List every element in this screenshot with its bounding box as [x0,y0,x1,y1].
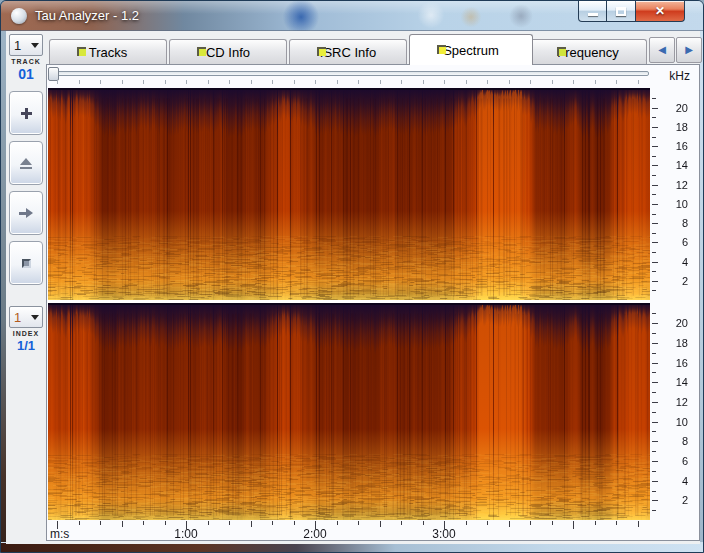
freq-tick [652,471,656,472]
time-ruler-tick [272,521,273,525]
freq-label: 6 [654,455,688,467]
time-ruler-tick [229,521,230,525]
top-ruler-tick [530,80,531,84]
freq-label: 4 [654,256,688,268]
top-ruler-tick [143,80,144,84]
top-ruler-tick [122,80,123,84]
time-ruler-tick [509,521,510,527]
tab-cd-info-icon [197,47,206,56]
top-ruler-tick [165,80,166,84]
freq-tick [652,372,656,373]
freq-label: 10 [654,416,688,428]
freq-label: 14 [654,159,688,171]
freq-tick [652,392,656,393]
top-ruler-tick [595,80,596,84]
freq-tick [652,313,656,314]
chevron-right-icon: ▶ [685,44,693,55]
tab-label: CD Info [206,45,250,60]
top-ruler-tick [573,80,574,84]
eject-button[interactable] [9,141,43,185]
index-value: 1/1 [7,338,45,353]
tab-isrc-info[interactable]: ISRC Info [289,39,407,64]
time-ruler-tick [79,521,80,525]
maximize-button[interactable] [607,1,636,22]
title-bar[interactable]: Tau Analyzer - 1.2 ✕ [1,1,704,31]
freq-tick [652,137,656,138]
top-ruler-tick [638,80,639,84]
top-ruler-tick [616,80,617,84]
time-label: 2:00 [295,527,335,541]
freq-label: 10 [654,198,688,210]
time-ruler-tick [208,521,209,525]
sidebar: 1 TRACK 01 1 INDEX 1/1 [7,34,45,534]
top-ruler-tick [272,80,273,84]
freq-label: 20 [654,102,688,114]
time-ruler-tick [487,521,488,525]
plus-button[interactable] [9,91,43,135]
position-slider[interactable] [49,71,649,76]
top-ruler-tick [423,80,424,84]
time-ruler-tick [143,521,144,525]
tab-scroll-left-button[interactable]: ◀ [649,37,675,63]
top-ruler-tick [337,80,338,84]
freq-tick [652,290,656,291]
next-button[interactable] [9,191,43,235]
tab-label: Spectrum [443,43,499,58]
freq-label: 8 [654,217,688,229]
top-ruler-tick [294,80,295,84]
freq-label: 2 [654,494,688,506]
frequency-unit-label: kHz [652,69,690,83]
tab-cd-info[interactable]: CD Info [169,39,287,64]
index-select-combo[interactable]: 1 [9,306,43,328]
freq-label: 8 [654,435,688,447]
top-ruler-tick [100,80,101,84]
time-ruler-tick [401,521,402,525]
spectrogram-left-channel [48,88,650,300]
time-ruler-tick [337,521,338,525]
top-ruler-tick [487,80,488,84]
freq-label: 12 [654,396,688,408]
freq-label: 14 [654,376,688,388]
tab-label: ISRC Info [320,45,376,60]
top-ruler-tick [79,80,80,84]
client-area: Tracks CD Info ISRC Info Spectrum Freque… [6,31,700,544]
time-ruler-tick [573,521,574,529]
freq-label: 16 [654,140,688,152]
chevron-down-icon [31,43,39,48]
tab-scroll-right-button[interactable]: ▶ [676,37,702,63]
top-ruler-tick [380,80,381,84]
stop-button[interactable] [9,241,43,285]
freq-label: 4 [654,475,688,487]
tab-frequency[interactable]: Frequency [529,39,647,64]
freq-label: 18 [654,121,688,133]
time-ruler-tick [638,521,639,527]
top-ruler-tick [57,80,58,84]
tab-label: Frequency [557,45,618,60]
top-ruler-tick [315,80,316,84]
spectrogram-right-channel [48,303,650,520]
chevron-left-icon: ◀ [658,44,666,55]
tab-spectrum[interactable]: Spectrum [409,34,533,65]
tab-tracks[interactable]: Tracks [49,39,167,64]
freq-tick [652,451,656,452]
freq-tick [652,412,656,413]
top-ruler-tick [401,80,402,84]
freq-tick [652,175,656,176]
minimize-icon [588,13,598,16]
top-ruler-tick [466,80,467,84]
tab-isrc-info-icon [317,47,326,56]
freq-label: 2 [654,275,688,287]
close-button[interactable]: ✕ [636,1,685,22]
slider-thumb[interactable] [48,67,59,81]
minimize-button[interactable] [578,1,607,22]
time-ruler-tick [251,521,252,527]
app-icon [11,8,27,24]
freq-tick [652,252,656,253]
track-select-combo[interactable]: 1 [9,34,43,56]
maximize-icon [616,7,626,16]
time-ruler-tick [165,521,166,525]
plus-icon [21,108,32,119]
freq-label: 20 [654,317,688,329]
tab-frequency-icon [557,47,566,56]
time-ruler-tick [358,521,359,525]
